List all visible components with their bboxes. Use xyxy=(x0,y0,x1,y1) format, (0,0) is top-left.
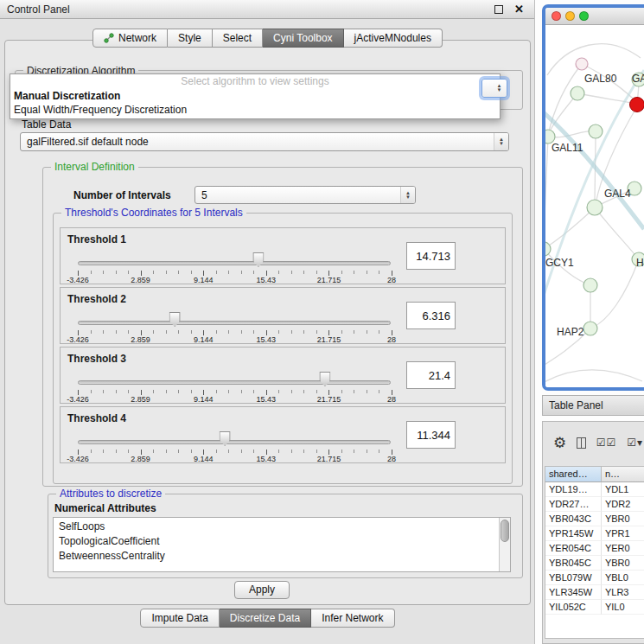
table-row[interactable]: YLR345WYLR3 xyxy=(545,585,644,600)
network-canvas[interactable]: GAL80 GAL11 GAL4 GCY1 HAP2 GA H xyxy=(545,25,644,387)
tab-label: Infer Network xyxy=(322,612,383,624)
tick-label: 15.43 xyxy=(257,276,277,284)
threshold-slider[interactable] xyxy=(78,370,391,389)
table-cell[interactable]: YIL0 xyxy=(602,600,644,615)
table-row[interactable]: YPR145WYPR1 xyxy=(545,526,644,541)
threshold-value-field[interactable] xyxy=(406,302,456,329)
table-row[interactable]: YDL19…YDL1 xyxy=(545,482,644,497)
list-scrollbar[interactable] xyxy=(499,518,510,571)
table-cell[interactable]: YBL0 xyxy=(602,571,644,585)
tick-label: 28 xyxy=(387,395,396,404)
tab-select[interactable]: Select xyxy=(213,29,263,48)
apply-button[interactable]: Apply xyxy=(234,581,290,599)
node-label[interactable]: GA xyxy=(632,73,644,85)
node-label[interactable]: GAL80 xyxy=(584,73,616,85)
node-label[interactable]: GAL4 xyxy=(604,188,631,200)
minimize-traffic-light-icon[interactable] xyxy=(565,11,575,21)
scrollbar-thumb[interactable] xyxy=(501,520,509,542)
table-cell[interactable]: YLR3 xyxy=(602,585,644,600)
attribute-list-item[interactable]: TopologicalCoefficient xyxy=(54,534,498,549)
tick-label: 2.859 xyxy=(131,455,150,463)
node-label[interactable]: GCY1 xyxy=(545,257,574,269)
table-row[interactable]: YBR043CYBR0 xyxy=(545,512,644,526)
slider-tick-labels: -3.4262.8599.14415.4321.71528 xyxy=(78,390,392,402)
table-cell[interactable]: YBR0 xyxy=(602,512,644,526)
table-cell[interactable]: YPR1 xyxy=(602,526,644,541)
tab-jactivemnodules[interactable]: jActiveMNodules xyxy=(344,29,443,48)
tab-label: Discretize Data xyxy=(230,612,300,624)
slider-tick-labels: -3.4262.8599.14415.4321.71528 xyxy=(78,271,392,283)
table-cell[interactable]: YBL079W xyxy=(545,571,602,585)
table-cell[interactable]: YBR0 xyxy=(602,556,644,571)
columns-icon[interactable] xyxy=(577,437,585,449)
close-traffic-light-icon[interactable] xyxy=(552,11,561,21)
node-attribute-table: shared… n… YDL19…YDL1YDR27…YDR2YBR043CYB… xyxy=(545,466,644,639)
table-cell[interactable]: YDR2 xyxy=(602,497,644,512)
control-panel-titlebar[interactable]: Control Panel ✕ xyxy=(0,0,534,19)
tab-style[interactable]: Style xyxy=(168,29,213,48)
attribute-list-item[interactable]: SelfLoops xyxy=(54,520,498,534)
selected-red-node[interactable] xyxy=(630,98,644,112)
function-icon[interactable]: ☑▾ xyxy=(627,437,643,449)
algorithm-option-equal-width[interactable]: Equal Width/Frequency Discretization xyxy=(10,103,500,117)
tab-discretize-data[interactable]: Discretize Data xyxy=(220,609,311,628)
attribute-list-item[interactable]: BetweennessCentrality xyxy=(54,549,498,564)
numerical-attributes-label: Numerical Attributes xyxy=(54,502,156,514)
node-label[interactable]: HAP2 xyxy=(557,326,583,338)
table-cell[interactable]: YLR345W xyxy=(545,585,602,600)
table-cell[interactable]: YER0 xyxy=(602,541,644,556)
tab-infer-network[interactable]: Infer Network xyxy=(311,609,394,628)
column-header-shared-name[interactable]: shared… xyxy=(545,467,602,482)
column-header-name[interactable]: n… xyxy=(602,467,644,482)
close-icon[interactable]: ✕ xyxy=(514,3,524,16)
slider-track[interactable] xyxy=(78,261,391,265)
table-cell[interactable]: YBR043C xyxy=(545,512,602,526)
node-label[interactable]: GAL11 xyxy=(552,142,583,154)
table-cell[interactable]: YER054C xyxy=(545,541,602,556)
table-cell[interactable]: YBR045C xyxy=(545,556,602,571)
table-row[interactable]: YDR27…YDR2 xyxy=(545,497,644,512)
threshold-value-field[interactable] xyxy=(406,242,456,270)
zoom-traffic-light-icon[interactable] xyxy=(579,11,589,21)
node-label[interactable]: H xyxy=(636,257,644,269)
threshold-label: Threshold 1 xyxy=(67,233,126,245)
tab-label: Network xyxy=(118,32,156,44)
table-cell[interactable]: YDR27… xyxy=(545,497,602,512)
threshold-value-field[interactable] xyxy=(406,421,456,449)
threshold-slider[interactable] xyxy=(78,310,391,329)
table-data-combobox[interactable]: galFiltered.sif default node ▲▼ xyxy=(20,132,509,151)
select-checks-icon[interactable]: ☑☑ xyxy=(596,437,617,449)
table-row[interactable]: YBL079WYBL0 xyxy=(545,571,644,585)
table-cell[interactable]: YDL1 xyxy=(602,482,644,497)
tick-label: 15.43 xyxy=(257,455,277,463)
network-window-titlebar[interactable] xyxy=(545,8,644,25)
number-of-intervals-combobox[interactable]: 5 ▲▼ xyxy=(194,186,416,204)
top-tab-bar: Network Style Select Cyni Toolbox jActiv… xyxy=(0,29,535,48)
table-cell[interactable]: YPR145W xyxy=(545,526,602,541)
pink-node[interactable] xyxy=(576,58,588,70)
table-panel-header[interactable]: Table Panel xyxy=(542,395,644,416)
tab-label: Cyni Toolbox xyxy=(273,32,332,44)
tick-label: 21.715 xyxy=(317,395,341,404)
minimize-icon[interactable] xyxy=(494,5,503,14)
algorithm-placeholder: Select algorithm to view settings xyxy=(10,74,500,89)
threshold-slider[interactable] xyxy=(78,251,391,270)
slider-track[interactable] xyxy=(78,380,391,385)
algorithm-option-manual[interactable]: Manual Discretization xyxy=(10,89,500,103)
tab-network[interactable]: Network xyxy=(92,29,168,48)
table-cell[interactable]: YDL19… xyxy=(545,482,602,497)
table-cell[interactable]: YIL052C xyxy=(545,600,602,615)
numerical-attributes-list[interactable]: SelfLoopsTopologicalCoefficientBetweenne… xyxy=(53,517,511,572)
slider-track[interactable] xyxy=(78,321,391,325)
table-row[interactable]: YBR045CYBR0 xyxy=(545,556,644,571)
threshold-slider[interactable] xyxy=(78,430,391,449)
tab-impute-data[interactable]: Impute Data xyxy=(140,609,219,628)
algorithm-combobox-stepper[interactable]: ▲▼ xyxy=(481,79,507,98)
table-row[interactable]: YIL052CYIL0 xyxy=(545,600,644,615)
table-row[interactable]: YER054CYER0 xyxy=(545,541,644,556)
threshold-value-field[interactable] xyxy=(406,361,456,389)
tab-cyni-toolbox[interactable]: Cyni Toolbox xyxy=(263,29,343,48)
cyni-toolbox-panel: Discretization Algorithm Select algorith… xyxy=(4,40,531,605)
slider-track[interactable] xyxy=(78,440,391,444)
gear-icon[interactable]: ⚙ xyxy=(553,436,566,450)
